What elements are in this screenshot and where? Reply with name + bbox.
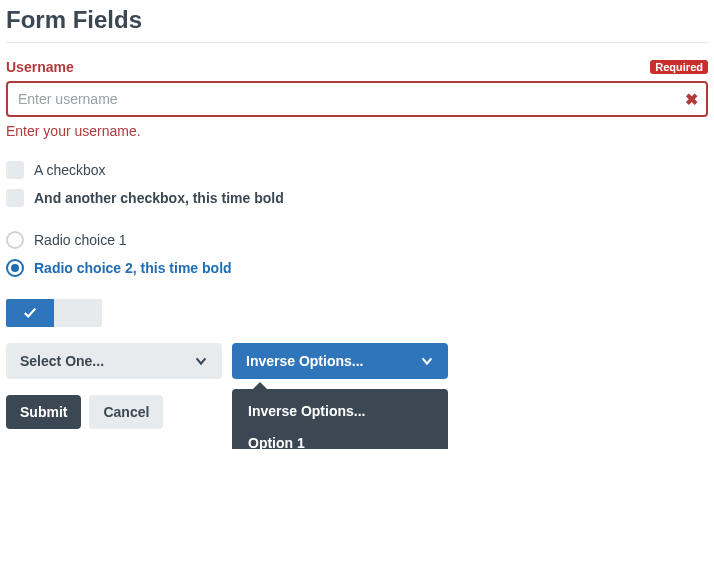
radio-row[interactable]: Radio choice 1 <box>6 231 708 249</box>
username-input[interactable] <box>6 81 708 117</box>
toggle-switch[interactable] <box>6 299 102 327</box>
radio-icon <box>6 231 24 249</box>
radio-icon <box>6 259 24 277</box>
username-help-text: Enter your username. <box>6 123 708 139</box>
inverse-options-menu: Inverse Options... Option 1 Option 2 Opt… <box>232 389 448 449</box>
page-title: Form Fields <box>6 6 708 43</box>
username-label: Username <box>6 59 74 75</box>
select-label: Select One... <box>20 353 104 369</box>
checkbox-row[interactable]: A checkbox <box>6 161 708 179</box>
toggle-off-side <box>54 299 102 327</box>
chevron-down-icon <box>420 354 434 368</box>
chevron-down-icon <box>194 354 208 368</box>
submit-button[interactable]: Submit <box>6 395 81 429</box>
checkbox-label: And another checkbox, this time bold <box>34 190 284 206</box>
toggle-on-side <box>6 299 54 327</box>
dropdown-item[interactable]: Option 1 <box>232 427 448 449</box>
required-badge: Required <box>650 60 708 74</box>
cancel-button[interactable]: Cancel <box>89 395 163 429</box>
radio-label: Radio choice 1 <box>34 232 127 248</box>
checkbox-icon <box>6 189 24 207</box>
check-icon <box>23 306 37 320</box>
select-one-dropdown[interactable]: Select One... <box>6 343 222 379</box>
clear-icon[interactable]: ✖ <box>685 90 698 109</box>
inverse-options-dropdown[interactable]: Inverse Options... <box>232 343 448 379</box>
dropdown-item[interactable]: Inverse Options... <box>232 395 448 427</box>
checkbox-icon <box>6 161 24 179</box>
radio-row[interactable]: Radio choice 2, this time bold <box>6 259 708 277</box>
radio-label: Radio choice 2, this time bold <box>34 260 232 276</box>
checkbox-label: A checkbox <box>34 162 106 178</box>
checkbox-row[interactable]: And another checkbox, this time bold <box>6 189 708 207</box>
select-label: Inverse Options... <box>246 353 363 369</box>
